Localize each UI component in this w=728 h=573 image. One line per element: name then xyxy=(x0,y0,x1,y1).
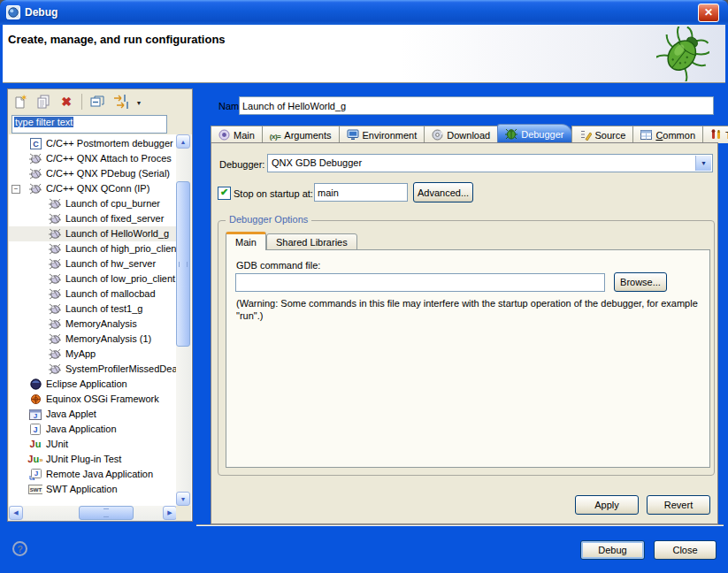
tree-item-label: C/C++ QNX QConn (IP) xyxy=(46,181,149,196)
tree-item-label: Launch of low_prio_client xyxy=(65,271,175,286)
tab-debugger[interactable]: Debugger xyxy=(497,124,571,143)
scroll-right-button[interactable]: ▶ xyxy=(163,506,177,520)
combo-dropdown-button[interactable]: ▼ xyxy=(695,156,711,171)
qnx-icon xyxy=(48,363,62,375)
tree-item-label: Launch of test1_g xyxy=(65,302,142,317)
collapse-all-button[interactable] xyxy=(88,92,107,111)
tree-item[interactable]: JJava Applet xyxy=(9,407,176,422)
tree-item[interactable]: Launch of high_prio_clien xyxy=(9,241,176,256)
revert-button[interactable]: Revert xyxy=(647,495,710,515)
tree-item[interactable]: Launch of fixed_server xyxy=(9,211,176,226)
tree-item-label: Java Applet xyxy=(46,407,96,422)
tree-item[interactable]: MemoryAnalysis (1) xyxy=(9,332,176,347)
tree-item[interactable]: Eclipse Application xyxy=(9,377,176,392)
name-input[interactable] xyxy=(239,96,714,115)
filter-input[interactable]: type filter text xyxy=(11,115,167,134)
tree-item[interactable]: Launch of low_prio_client xyxy=(9,271,176,286)
tree-item[interactable]: Ju»JUnit Plug-in Test xyxy=(9,452,176,467)
gdb-command-file-input[interactable] xyxy=(235,273,605,292)
tree-item[interactable]: CC/C++ Postmortem debugger xyxy=(9,136,176,151)
debug-button[interactable]: Debug xyxy=(580,540,645,560)
close-button[interactable]: Close xyxy=(654,540,717,560)
tree-item-label: JUnit xyxy=(46,437,68,452)
scroll-up-button[interactable]: ▲ xyxy=(176,134,190,149)
tree-item[interactable]: C/C++ QNX PDebug (Serial) xyxy=(9,166,176,181)
main-icon xyxy=(218,129,230,141)
tree-item-label: MemoryAnalysis (1) xyxy=(65,332,151,347)
tab-arguments[interactable]: (x)=Arguments xyxy=(262,126,340,143)
apply-button[interactable]: Apply xyxy=(575,495,639,515)
tree-item[interactable]: Launch of test1_g xyxy=(9,302,176,317)
browse-button[interactable]: Browse... xyxy=(614,272,667,292)
tab-main[interactable]: Main xyxy=(211,126,263,143)
tree-item[interactable]: MyApp xyxy=(9,347,176,362)
scroll-down-button[interactable]: ▼ xyxy=(176,492,190,506)
debugger-label: Debugger: xyxy=(219,159,264,170)
horizontal-scroll-thumb[interactable] xyxy=(79,506,134,520)
japp-icon: J xyxy=(28,424,42,435)
tree-item[interactable]: JuJUnit xyxy=(9,437,176,452)
window-title: Debug xyxy=(25,6,57,19)
qnx-icon xyxy=(28,183,42,195)
title-bar[interactable]: Debug ✕ xyxy=(0,0,728,25)
tree-item[interactable]: Equinox OSGi Framework xyxy=(9,392,176,407)
filter-menu-button[interactable]: ▼ xyxy=(134,92,144,111)
tree-item-label: MyApp xyxy=(65,347,96,362)
tab-source[interactable]: Source xyxy=(571,126,634,143)
tree-item[interactable]: C/C++ QNX Attach to Proces xyxy=(9,151,176,166)
qnx-icon xyxy=(48,348,62,360)
gdb-warning-text: (Warning: Some commands in this file may… xyxy=(236,297,712,322)
tab-label: Debugger xyxy=(521,129,563,140)
tab-shared-libraries[interactable]: Shared Libraries xyxy=(266,233,357,250)
tab-label: Common xyxy=(655,130,695,141)
tab-environment[interactable]: Environment xyxy=(339,126,425,143)
debugger-combo[interactable]: QNX GDB Debugger ▼ xyxy=(267,154,713,172)
duplicate-configuration-button[interactable] xyxy=(34,92,53,111)
down-arrow-icon: ▼ xyxy=(180,496,187,502)
collapse-expander-icon[interactable]: − xyxy=(11,185,20,194)
tree-item-label: C/C++ Postmortem debugger xyxy=(46,136,173,151)
tree-item[interactable]: Launch of hw_server xyxy=(9,256,176,271)
delete-configuration-button[interactable]: ✖ xyxy=(57,92,76,111)
tree-item-label: Launch of mallocbad xyxy=(65,286,156,302)
download-icon xyxy=(432,129,443,141)
tree-item-label: Launch of high_prio_clien xyxy=(65,241,176,256)
tree-item[interactable]: Launch of cpu_burner xyxy=(9,196,176,211)
stop-location-input[interactable] xyxy=(314,183,408,202)
tree-item[interactable]: MemoryAnalysis xyxy=(9,317,176,332)
svg-text:J: J xyxy=(34,470,38,478)
close-window-button[interactable]: ✕ xyxy=(698,4,719,22)
tree-vertical-scrollbar[interactable]: ▲ ▼ xyxy=(176,134,191,506)
tree-item[interactable]: Launch of HelloWorld_g xyxy=(9,226,176,241)
vertical-scroll-thumb[interactable] xyxy=(176,181,190,347)
svg-text:✶: ✶ xyxy=(21,95,27,102)
tab-tools[interactable]: Tools xyxy=(702,126,728,143)
tree-item-label: C/C++ QNX Attach to Proces xyxy=(46,151,172,166)
tree-item[interactable]: JJava Application xyxy=(9,422,176,437)
debugger-icon xyxy=(505,128,517,140)
tab-label: Main xyxy=(234,130,255,141)
new-icon: ✶ xyxy=(13,95,27,109)
tree-item[interactable]: −C/C++ QNX QConn (IP) xyxy=(9,181,176,196)
tree-horizontal-scrollbar[interactable]: ◀ ▶ xyxy=(9,506,177,521)
filter-configurations-button[interactable] xyxy=(111,92,130,111)
debug-dialog: Debug ✕ Create, manage, and run configur… xyxy=(0,0,728,573)
tree-item[interactable]: JRemote Java Application xyxy=(9,467,176,482)
tab-main-options[interactable]: Main xyxy=(226,232,266,250)
tab-download[interactable]: Download xyxy=(424,126,498,143)
configurations-toolbar: ✶✖▼ xyxy=(11,91,144,112)
scroll-left-button[interactable]: ◀ xyxy=(9,506,23,520)
launch-config-tabs: Main(x)=ArgumentsEnvironmentDownloadDebu… xyxy=(211,125,728,143)
new-configuration-button[interactable]: ✶ xyxy=(11,92,30,111)
tree-item-label: Launch of hw_server xyxy=(65,256,156,271)
tab-common[interactable]: Common xyxy=(632,126,703,143)
qnx-icon xyxy=(48,198,62,210)
tree-item[interactable]: SWTSWT Application xyxy=(9,482,176,497)
advanced-button[interactable]: Advanced... xyxy=(413,182,473,202)
stop-on-startup-checkbox[interactable]: ✔ xyxy=(218,187,231,200)
svg-text:J: J xyxy=(34,412,37,420)
tree-item[interactable]: SystemProfilerMissedDea xyxy=(9,362,176,377)
tree-item[interactable]: Launch of mallocbad xyxy=(9,286,176,302)
help-button[interactable]: ? xyxy=(12,541,27,556)
debugger-options-title: Debugger Options xyxy=(226,214,311,225)
